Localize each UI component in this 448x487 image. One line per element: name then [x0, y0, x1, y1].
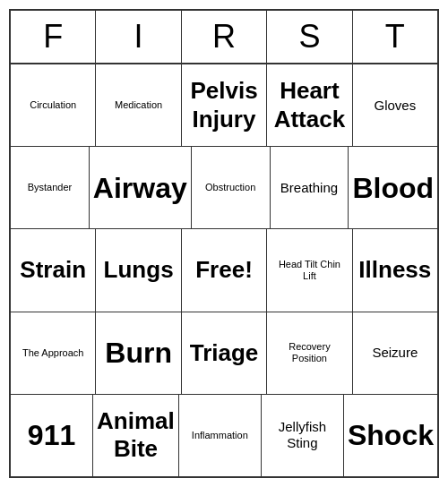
grid-cell: Jellyfish Sting — [262, 395, 344, 476]
grid-cell: Pelvis Injury — [182, 64, 267, 146]
grid-cell: Free! — [182, 229, 267, 311]
header-row: FIRST — [11, 11, 437, 64]
grid-cell: Lungs — [96, 229, 181, 311]
header-cell: T — [353, 11, 437, 63]
grid-cell: Strain — [11, 229, 96, 311]
header-cell: I — [96, 11, 181, 63]
grid-row: BystanderAirwayObstructionBreathingBlood — [11, 147, 437, 229]
grid-cell: The Approach — [11, 312, 96, 394]
grid-cell: Bystander — [11, 147, 90, 228]
grid-cell: Recovery Position — [267, 312, 352, 394]
grid-row: StrainLungsFree!Head Tilt Chin LiftIllne… — [11, 229, 437, 312]
grid-cell: Circulation — [11, 64, 96, 146]
grid-cell: Heart Attack — [267, 64, 352, 146]
grid-cell: Triage — [182, 312, 267, 394]
grid-cell: Animal Bite — [93, 395, 179, 476]
grid-cell: Medication — [96, 64, 181, 146]
grid-cell: Head Tilt Chin Lift — [267, 229, 352, 311]
bingo-card: FIRST CirculationMedicationPelvis Injury… — [9, 9, 439, 478]
grid-cell: Blood — [349, 147, 437, 228]
grid-row: CirculationMedicationPelvis InjuryHeart … — [11, 64, 437, 147]
grid-cell: Airway — [90, 147, 192, 228]
header-cell: F — [11, 11, 96, 63]
grid-row: The ApproachBurnTriageRecovery PositionS… — [11, 312, 437, 395]
grid-cell: Seizure — [353, 312, 437, 394]
grid-cell: Breathing — [271, 147, 349, 228]
grid-cell: Shock — [344, 395, 437, 476]
grid-cell: 911 — [11, 395, 93, 476]
grid-cell: Obstruction — [192, 147, 271, 228]
grid-cell: Gloves — [353, 64, 437, 146]
grid-cell: Burn — [96, 312, 181, 394]
grid: CirculationMedicationPelvis InjuryHeart … — [11, 64, 437, 476]
header-cell: S — [267, 11, 352, 63]
header-cell: R — [182, 11, 267, 63]
grid-row: 911Animal BiteInflammationJellyfish Stin… — [11, 395, 437, 476]
grid-cell: Illness — [353, 229, 437, 311]
grid-cell: Inflammation — [179, 395, 262, 476]
